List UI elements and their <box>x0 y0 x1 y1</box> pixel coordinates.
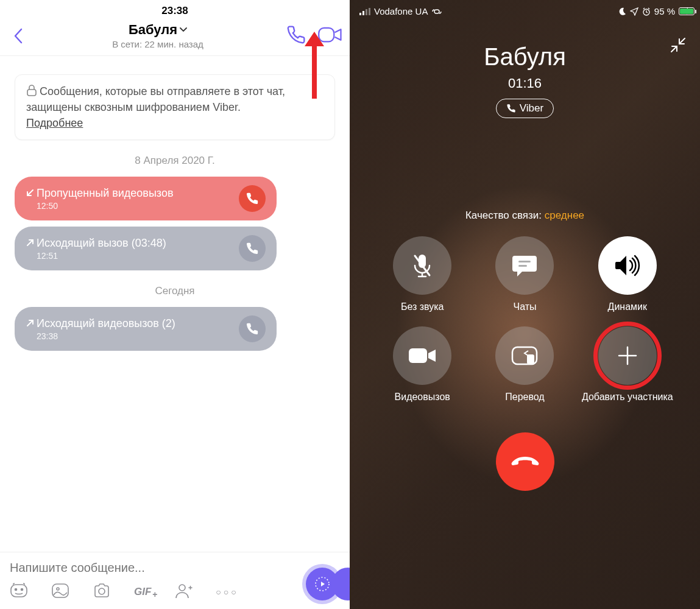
alarm-icon <box>642 7 651 16</box>
arrow-out-icon <box>26 239 34 247</box>
chats-label: Чаты <box>513 301 536 313</box>
location-icon <box>630 7 638 16</box>
chain-icon <box>431 8 442 15</box>
battery-icon <box>679 7 690 15</box>
call-time-text: 23:38 <box>37 331 233 341</box>
quality-value: среднее <box>545 209 584 221</box>
call-info: Бабуля 01:16 Viber <box>350 43 700 118</box>
date-separator: Сегодня <box>15 285 335 297</box>
messages-area[interactable]: Сообщения, которые вы отправляете в этот… <box>0 56 350 552</box>
callback-button[interactable] <box>239 235 266 262</box>
sticker-icon[interactable] <box>10 582 28 602</box>
mute-button[interactable]: Без звука <box>374 236 470 313</box>
transfer-label: Перевод <box>505 391 544 403</box>
svg-rect-21 <box>527 354 534 364</box>
svg-rect-5 <box>52 584 68 597</box>
add-participant-button[interactable]: Добавить участника <box>579 326 676 403</box>
call-title-text: Пропущенный видеовызов <box>37 187 173 200</box>
encryption-notice: Сообщения, которые вы отправляете в этот… <box>15 74 335 140</box>
voice-call-button[interactable] <box>286 25 306 47</box>
speaker-button[interactable]: Динамик <box>579 236 676 313</box>
moon-icon <box>618 7 626 16</box>
viber-badge-text: Viber <box>520 102 543 114</box>
lock-icon <box>26 85 37 97</box>
callback-button[interactable] <box>239 185 266 212</box>
gif-icon[interactable]: GIF+ <box>134 586 151 598</box>
callback-button[interactable] <box>239 315 266 342</box>
call-controls: Без звука Чаты Динамик Видеовызов Перево… <box>350 222 700 403</box>
svg-point-6 <box>57 588 59 590</box>
svg-point-4 <box>21 589 23 591</box>
battery-text: 95 % <box>654 6 675 16</box>
call-time-text: 12:50 <box>37 201 233 211</box>
encryption-more-link[interactable]: Подробнее <box>26 117 83 129</box>
end-call-button[interactable] <box>496 432 554 491</box>
back-button[interactable] <box>7 27 29 44</box>
svg-rect-11 <box>362 11 364 15</box>
svg-point-7 <box>99 588 105 594</box>
encryption-text: Сообщения, которые вы отправляете в этот… <box>26 85 285 113</box>
add-label: Добавить участника <box>582 391 673 403</box>
chat-header: Бабуля В сети: 22 мин. назад <box>0 19 350 56</box>
chats-button[interactable]: Чаты <box>476 236 573 313</box>
phone-icon <box>506 104 516 113</box>
signal-icon <box>359 8 370 15</box>
call-time-text: 12:51 <box>37 251 233 261</box>
svg-rect-13 <box>369 8 370 15</box>
input-bar: GIF+ ○○○ <box>0 552 350 609</box>
svg-rect-1 <box>27 90 36 96</box>
more-icon[interactable]: ○○○ <box>216 587 238 597</box>
annotation-highlight <box>593 322 662 390</box>
outgoing-call-item[interactable]: Исходящий вызов (03:48) 12:51 <box>15 227 277 270</box>
video-button[interactable]: Видеовызов <box>374 326 470 403</box>
chevron-down-icon <box>180 27 187 32</box>
camera-icon[interactable] <box>93 583 111 601</box>
message-input[interactable] <box>10 557 340 579</box>
carrier-text: Vodafone UA <box>374 6 428 16</box>
call-title-text: Исходящий видеовызов (2) <box>37 317 175 330</box>
quality-label: Качество связи: <box>465 209 545 221</box>
svg-rect-17 <box>518 261 531 262</box>
chat-screen: 23:38 Бабуля В сети: 22 мин. назад Сообщ… <box>0 0 350 609</box>
svg-rect-10 <box>359 13 361 15</box>
contact-name[interactable]: Бабуля <box>129 22 187 38</box>
svg-rect-12 <box>366 9 367 15</box>
speaker-label: Динамик <box>608 301 647 313</box>
missed-call-item[interactable]: Пропущенный видеовызов 12:50 <box>15 177 277 220</box>
svg-rect-19 <box>409 348 427 363</box>
call-contact-name: Бабуля <box>350 43 700 71</box>
call-timer: 01:16 <box>350 76 700 91</box>
gallery-icon[interactable] <box>51 583 69 601</box>
svg-point-3 <box>15 589 17 591</box>
call-title-text: Исходящий вызов (03:48) <box>37 237 166 250</box>
contact-icon[interactable] <box>174 582 193 602</box>
arrow-in-icon <box>26 189 34 197</box>
quality-text: Качество связи: среднее <box>350 209 700 222</box>
date-separator: 8 Апреля 2020 Г. <box>15 155 335 167</box>
status-time: 23:38 <box>0 0 350 19</box>
video-label: Видеовызов <box>395 391 450 403</box>
viber-badge[interactable]: Viber <box>496 99 554 118</box>
contact-name-text: Бабуля <box>129 22 177 38</box>
call-screen: Vodafone UA 95 % Бабуля 01:16 Viber Каче… <box>350 0 700 609</box>
svg-rect-18 <box>518 265 527 267</box>
status-bar: Vodafone UA 95 % <box>350 0 700 23</box>
mute-label: Без звука <box>401 301 444 313</box>
annotation-arrow <box>308 32 320 99</box>
online-status: В сети: 22 мин. назад <box>29 39 286 49</box>
outgoing-video-call-item[interactable]: Исходящий видеовызов (2) 23:38 <box>15 307 277 351</box>
svg-rect-2 <box>11 585 27 597</box>
svg-point-8 <box>179 585 185 591</box>
transfer-button[interactable]: Перевод <box>476 326 573 403</box>
arrow-out-icon <box>26 319 34 328</box>
